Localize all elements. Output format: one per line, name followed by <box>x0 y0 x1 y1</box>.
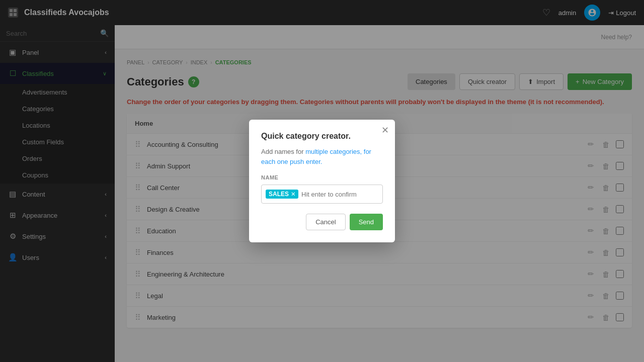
modal-cancel-button[interactable]: Cancel <box>306 214 345 230</box>
modal-input-row: SALES ✕ <box>261 185 383 204</box>
quick-category-modal: ✕ Quick category creator. Add names for … <box>249 120 395 242</box>
modal-name-label: NAME <box>261 174 383 180</box>
modal-name-input[interactable] <box>301 191 378 198</box>
modal-send-button[interactable]: Send <box>350 214 383 230</box>
modal-overlay[interactable]: ✕ Quick category creator. Add names for … <box>0 0 644 362</box>
modal-tag-sales: SALES ✕ <box>266 190 298 199</box>
modal-footer: Cancel Send <box>261 214 383 230</box>
modal-close-button[interactable]: ✕ <box>381 126 389 135</box>
modal-title: Quick category creator. <box>261 132 383 141</box>
modal-tag-remove[interactable]: ✕ <box>291 191 295 198</box>
modal-description: Add names for multiple categories, for e… <box>261 147 383 166</box>
